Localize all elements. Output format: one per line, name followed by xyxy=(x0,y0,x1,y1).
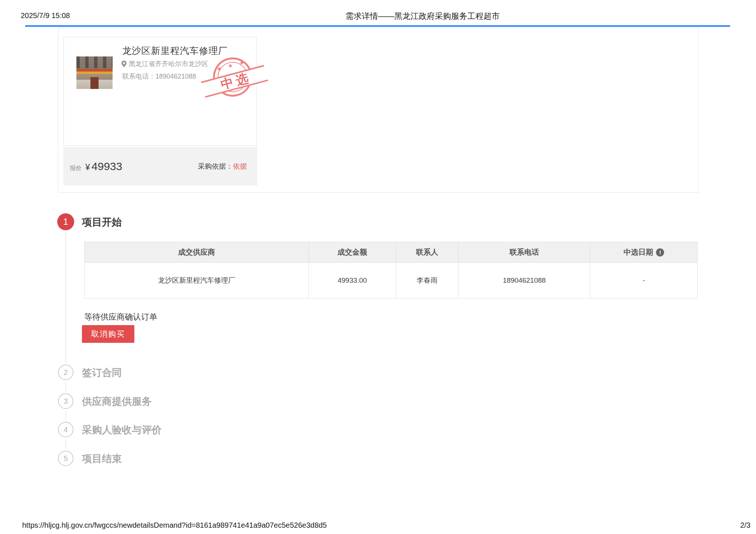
col-header-contact: 联系人 xyxy=(396,242,458,263)
step-4-label: 采购人验收与评价 xyxy=(82,423,162,437)
step-3-label: 供应商提供服务 xyxy=(82,395,152,408)
timeline-connector xyxy=(65,411,66,420)
supplier-name: 龙沙区新里程汽车修理厂 xyxy=(122,45,228,57)
table-row: 龙沙区新里程汽车修理厂 49933.00 李春雨 18904621088 - xyxy=(85,263,698,299)
step-1-label: 项目开始 xyxy=(82,216,122,229)
stamp-text: 中选 xyxy=(216,69,253,94)
cell-contact: 李春雨 xyxy=(396,263,458,299)
cell-award-date: - xyxy=(590,263,698,299)
step-3-circle: 3 xyxy=(58,393,73,409)
supplier-location: 黑龙江省齐齐哈尔市龙沙区 xyxy=(128,59,208,68)
basis-group: 采购依据：依据 xyxy=(198,162,247,171)
supplier-phone: 联系电话：18904621088 xyxy=(122,72,196,81)
quote-label: 报价 xyxy=(70,165,82,172)
supplier-card-footer: 报价 ¥ 49933 采购依据：依据 xyxy=(63,147,257,185)
timeline-connector xyxy=(65,440,66,448)
supplier-photo xyxy=(76,56,113,89)
col-header-phone: 联系电话 xyxy=(458,242,590,263)
header-rule xyxy=(25,25,730,27)
currency-symbol: ¥ xyxy=(85,162,90,172)
cancel-purchase-button[interactable]: 取消购买 xyxy=(82,325,134,343)
timeline-connector xyxy=(65,232,66,362)
quote-group: 报价 ¥ 49933 xyxy=(70,160,122,173)
print-datetime: 2025/7/9 15:08 xyxy=(21,11,70,20)
step-1-circle: 1 xyxy=(57,213,74,230)
basis-label: 采购依据： xyxy=(198,162,233,170)
order-status-text: 等待供应商确认订单 xyxy=(84,311,157,323)
page-title: 需求详情——黑龙江政府采购服务工程超市 xyxy=(346,11,500,22)
stamp-inner-ring xyxy=(214,59,251,96)
cell-amount: 49933.00 xyxy=(309,263,396,299)
info-icon-glyph: ! xyxy=(659,249,661,255)
basis-link[interactable]: 依据 xyxy=(233,162,247,170)
supplier-card-main: 龙沙区新里程汽车修理厂 黑龙江省齐齐哈尔市龙沙区 联系电话：1890462108… xyxy=(63,37,257,146)
col-header-supplier: 成交供应商 xyxy=(85,242,309,263)
stamp-outer-ring xyxy=(209,53,257,101)
supplier-location-row: 黑龙江省齐齐哈尔市龙沙区 xyxy=(121,59,208,68)
stamp-stars: ★ ★ ★ xyxy=(201,55,260,77)
step-2-label: 签订合同 xyxy=(82,366,122,379)
print-url: https://hljcg.hlj.gov.cn/fwgccs/newdetai… xyxy=(22,521,327,530)
step-5-circle: 5 xyxy=(58,451,73,466)
print-page-number: 2/3 xyxy=(740,521,750,530)
print-preview-page: 2025/7/9 15:08 需求详情——黑龙江政府采购服务工程超市 龙沙区新里… xyxy=(0,0,756,534)
step-4-circle: 4 xyxy=(58,422,73,437)
table-header-row: 成交供应商 成交金额 联系人 联系电话 中选日期 ! xyxy=(85,242,698,263)
supplier-card[interactable]: 龙沙区新里程汽车修理厂 黑龙江省齐齐哈尔市龙沙区 联系电话：1890462108… xyxy=(63,37,257,146)
order-table: 成交供应商 成交金额 联系人 联系电话 中选日期 ! 龙沙区新里程汽车修理厂 4… xyxy=(84,242,698,299)
cell-phone: 18904621088 xyxy=(458,263,590,299)
info-icon[interactable]: ! xyxy=(656,248,664,256)
quote-value: 49933 xyxy=(92,160,122,173)
step-2-circle: 2 xyxy=(58,365,73,380)
location-pin-icon xyxy=(121,61,127,67)
cell-supplier: 龙沙区新里程汽车修理厂 xyxy=(85,263,309,299)
col-header-amount: 成交金额 xyxy=(309,242,396,263)
col-header-award-date-label: 中选日期 xyxy=(623,247,653,257)
col-header-award-date: 中选日期 ! xyxy=(590,242,698,263)
step-5-label: 项目结束 xyxy=(82,452,122,465)
timeline-connector xyxy=(65,382,66,391)
